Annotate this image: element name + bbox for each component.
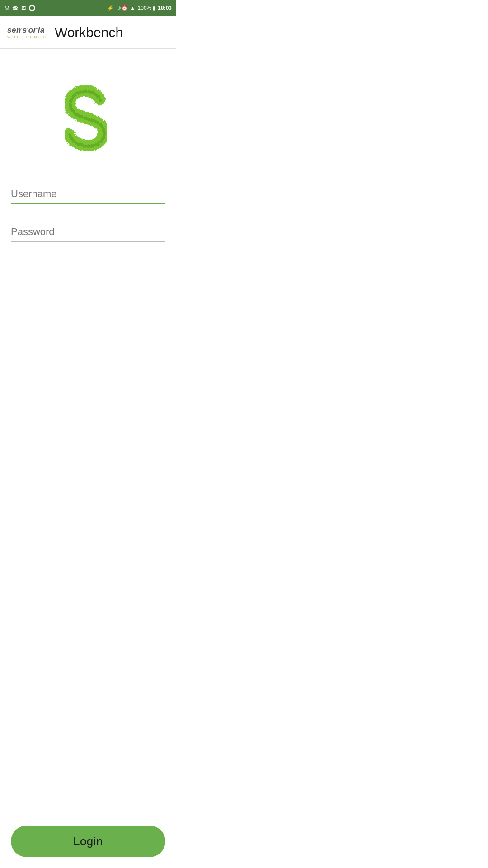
- app-logo: sen•s•or•ia Workbench: [7, 26, 47, 39]
- phone-icon: ☎: [12, 5, 19, 11]
- status-left-icons: M ☎ 🖼: [5, 5, 35, 12]
- login-form: [11, 184, 165, 260]
- s-logo-svg: [50, 78, 127, 155]
- main-content: [0, 49, 176, 260]
- username-group: [11, 184, 165, 204]
- battery-icon: 100% ▮: [138, 5, 156, 11]
- app-title: Workbench: [55, 25, 123, 40]
- gmail-icon: M: [5, 5, 9, 12]
- battery-percent: 100%: [138, 5, 152, 11]
- clock: 18:03: [158, 5, 172, 11]
- circle-icon: [29, 5, 35, 11]
- password-input[interactable]: [11, 222, 165, 242]
- wifi-icon: ▲: [130, 5, 136, 11]
- sensoria-workbench-sub: Workbench: [7, 35, 47, 39]
- image-icon: 🖼: [21, 5, 26, 11]
- status-right-icons: ⚡ ☽⏰ ▲ 100% ▮ 18:03: [107, 5, 172, 11]
- brand-logo: [47, 76, 129, 157]
- password-group: [11, 222, 165, 242]
- bluetooth-icon: ⚡: [107, 5, 114, 11]
- username-input[interactable]: [11, 184, 165, 204]
- status-bar: M ☎ 🖼 ⚡ ☽⏰ ▲ 100% ▮ 18:03: [0, 0, 176, 16]
- moon-alarm-icon: ☽⏰: [116, 5, 128, 11]
- battery-symbol: ▮: [152, 5, 155, 11]
- app-bar: sen•s•or•ia Workbench Workbench: [0, 16, 176, 49]
- sensoria-logo-text: sen•s•or•ia: [7, 26, 45, 35]
